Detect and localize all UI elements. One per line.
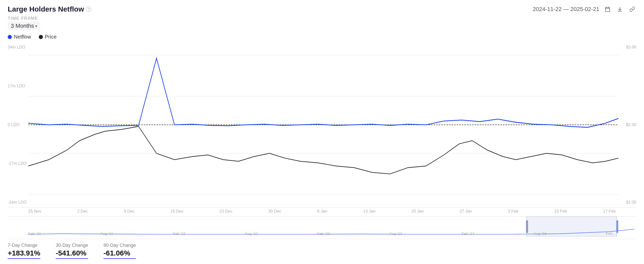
x-label-10: 3 Feb — [508, 209, 518, 214]
legend: Netflow Price — [8, 34, 636, 40]
stat-30day-label: 30-Day Change — [56, 243, 88, 248]
x-label-4: 23 Dec — [219, 209, 232, 214]
price-label: Price — [45, 34, 57, 40]
date-range: 2024-11-22 — 2025-02-21 — [533, 6, 599, 13]
svg-rect-0 — [605, 7, 610, 12]
legend-price: Price — [39, 34, 57, 40]
legend-netflow: Netflow — [8, 34, 31, 40]
x-label-6: 6 Jan — [317, 209, 327, 214]
calendar-icon[interactable] — [603, 5, 612, 13]
minimap[interactable]: Feb '21 Aug '21 Feb '22 Aug '22 Feb '23 … — [8, 216, 636, 237]
netflow-dot — [8, 35, 12, 39]
page-container: Large Holders Netflow ? 2024-11-22 — 202… — [0, 0, 644, 264]
mini-label-0: Feb '21 — [28, 231, 41, 236]
y-right-4: $1.00 — [618, 200, 636, 205]
stat-90day-label: 90-Day Change — [103, 243, 136, 248]
x-label-0: 25 Nov — [28, 209, 41, 214]
main-chart: 34m LDO 17m LDO 0 LDO -17m LDO -34m LDO … — [8, 42, 636, 208]
stat-90day-value: -61.06% — [103, 249, 136, 257]
main-chart-svg — [28, 42, 618, 207]
stat-90day: 90-Day Change -61.06% — [103, 243, 136, 259]
stat-7day-value: +183.91% — [8, 249, 40, 257]
stat-30day: 30-Day Change -541.60% — [56, 243, 88, 259]
header: Large Holders Netflow ? 2024-11-22 — 202… — [8, 5, 636, 13]
x-label-2: 9 Dec — [124, 209, 135, 214]
y-left-1: 17m LDO — [8, 84, 28, 88]
header-right: 2024-11-22 — 2025-02-21 — [533, 5, 636, 13]
mini-label-5: Aug '23 — [389, 231, 402, 236]
x-label-12: 17 Feb — [603, 209, 616, 214]
x-label-7: 13 Jan — [363, 209, 375, 214]
y-left-4: -34m LDO — [8, 200, 28, 205]
x-label-9: 27 Jan — [460, 209, 472, 214]
y-axis-left: 34m LDO 17m LDO 0 LDO -17m LDO -34m LDO — [8, 42, 28, 207]
mini-label-2: Feb '22 — [173, 231, 185, 236]
mini-label-6: Feb '24 — [461, 231, 474, 236]
x-axis: 25 Nov 2 Dec 9 Dec 16 Dec 23 Dec 30 Dec … — [8, 208, 636, 215]
mini-label-3: Aug '22 — [245, 231, 258, 236]
y-right-2: $2.00 — [618, 122, 636, 127]
stat-7day-label: 7-Day Change — [8, 243, 40, 248]
x-label-1: 2 Dec — [77, 209, 88, 214]
netflow-label: Netflow — [14, 34, 31, 40]
mini-label-8: Feb... — [606, 231, 616, 236]
price-dot — [39, 35, 43, 39]
chevron-down-icon: ▾ — [35, 24, 37, 29]
timeframe-value: 3 Months — [11, 23, 34, 29]
y-right-0: $3.00 — [618, 45, 636, 50]
timeframe-select[interactable]: 3 Months ▾ — [8, 22, 40, 30]
chart-svg-container — [28, 42, 618, 207]
page-title: Large Holders Netflow — [8, 5, 84, 13]
x-label-8: 20 Jan — [411, 209, 424, 214]
minimap-labels: Feb '21 Aug '21 Feb '22 Aug '22 Feb '23 … — [8, 216, 636, 236]
help-icon[interactable]: ? — [86, 7, 91, 12]
timeframe-label: TIME FRAME — [8, 16, 636, 21]
mini-label-4: Feb '23 — [317, 231, 330, 236]
link-icon[interactable] — [628, 5, 636, 13]
title-row: Large Holders Netflow ? — [8, 5, 91, 13]
stat-30day-value: -541.60% — [56, 249, 88, 257]
y-axis-right: $3.00 $2.00 $1.00 — [618, 42, 636, 207]
y-left-0: 34m LDO — [8, 45, 28, 50]
mini-label-1: Aug '21 — [100, 231, 113, 236]
y-left-2: 0 LDO — [8, 122, 28, 127]
y-left-3: -17m LDO — [8, 161, 28, 166]
chart-area: 34m LDO 17m LDO 0 LDO -17m LDO -34m LDO … — [8, 42, 636, 259]
x-label-5: 30 Dec — [268, 209, 281, 214]
download-icon[interactable] — [616, 5, 624, 13]
mini-label-7: Aug '24 — [534, 231, 546, 236]
timeframe-section: TIME FRAME 3 Months ▾ — [8, 16, 636, 30]
stat-7day: 7-Day Change +183.91% — [8, 243, 40, 259]
stats-row: 7-Day Change +183.91% 30-Day Change -541… — [8, 239, 636, 259]
x-label-11: 10 Feb — [554, 209, 567, 214]
x-label-3: 16 Dec — [171, 209, 184, 214]
